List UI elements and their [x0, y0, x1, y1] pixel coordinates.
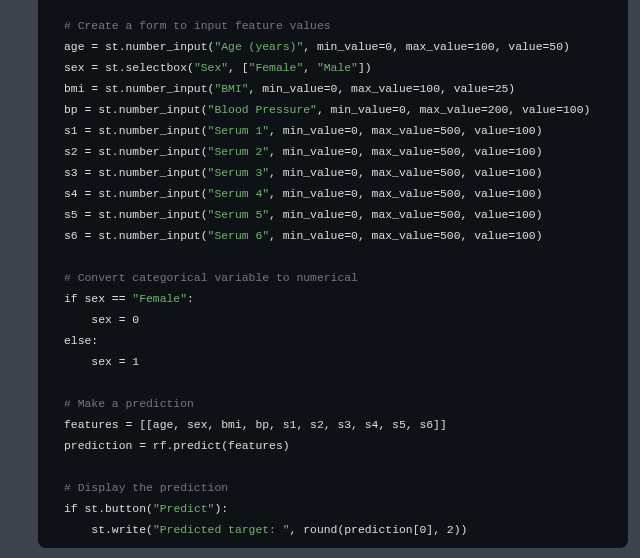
code-block: # Create a form to input feature values … [38, 0, 628, 548]
line-s6: s6 = st.number_input("Serum 6", min_valu… [64, 230, 543, 242]
line-if: if sex == "Female": [64, 293, 194, 305]
line-prediction: prediction = rf.predict(features) [64, 440, 290, 452]
line-age: age = st.number_input("Age (years)", min… [64, 41, 570, 53]
line-bmi: bmi = st.number_input("BMI", min_value=0… [64, 83, 515, 95]
line-sex0: sex = 0 [64, 314, 139, 326]
line-s3: s3 = st.number_input("Serum 3", min_valu… [64, 167, 543, 179]
comment-display: # Display the prediction [64, 482, 228, 494]
comment-convert: # Convert categorical variable to numeri… [64, 272, 358, 284]
line-s2: s2 = st.number_input("Serum 2", min_valu… [64, 146, 543, 158]
code-content: # Create a form to input feature values … [64, 16, 628, 541]
line-write: st.write("Predicted target: ", round(pre… [64, 524, 467, 536]
line-else: else: [64, 335, 98, 347]
line-s1: s1 = st.number_input("Serum 1", min_valu… [64, 125, 543, 137]
comment-form: # Create a form to input feature values [64, 20, 331, 32]
line-s4: s4 = st.number_input("Serum 4", min_valu… [64, 188, 543, 200]
comment-predict: # Make a prediction [64, 398, 194, 410]
line-button: if st.button("Predict"): [64, 503, 228, 515]
line-sex: sex = st.selectbox("Sex", ["Female", "Ma… [64, 62, 372, 74]
line-sex1: sex = 1 [64, 356, 139, 368]
line-bp: bp = st.number_input("Blood Pressure", m… [64, 104, 590, 116]
line-s5: s5 = st.number_input("Serum 5", min_valu… [64, 209, 543, 221]
line-features: features = [[age, sex, bmi, bp, s1, s2, … [64, 419, 447, 431]
